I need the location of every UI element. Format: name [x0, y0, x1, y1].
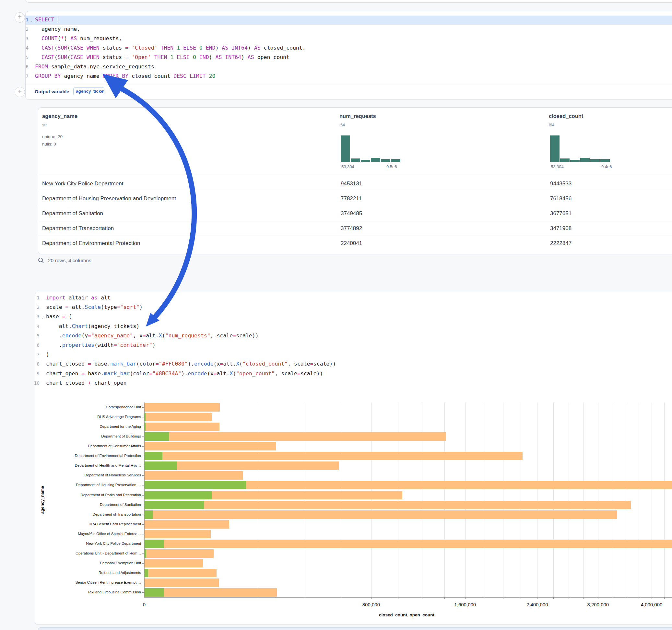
x-axis-label: 0	[143, 602, 146, 607]
y-axis-label: Department of Housing Preservation …	[34, 483, 141, 487]
cell-closed-count: 3471908	[550, 225, 572, 232]
y-tick-mark	[142, 563, 144, 563]
open-count-bar	[145, 501, 204, 509]
line-number: 5	[19, 55, 28, 60]
line-number: 1	[19, 17, 28, 22]
y-axis-label: Department of Consumer Affairs	[34, 444, 141, 448]
open-count-bar	[145, 510, 153, 519]
x-axis-label: 800,000	[362, 602, 380, 607]
chart-gridline	[652, 403, 652, 597]
chart-gridline	[341, 403, 341, 597]
x-axis-label: 4,000,000	[641, 602, 663, 607]
line-number: 6	[19, 64, 28, 69]
line-number: 8	[30, 361, 40, 366]
code-line[interactable]: )	[46, 351, 49, 358]
histogram-bar	[351, 159, 360, 162]
y-tick-mark	[142, 495, 144, 495]
y-tick-mark	[142, 466, 144, 466]
y-tick-mark	[142, 505, 144, 505]
histogram-bar	[590, 159, 600, 162]
code-line[interactable]: import altair as alt	[46, 295, 111, 301]
closed-count-bar	[145, 588, 277, 597]
y-axis-label: Department of Buildings	[34, 434, 141, 438]
code-line[interactable]: .properties(width="container")	[46, 342, 155, 348]
code-line[interactable]: GROUP BY agency_name ORDER BY closed_cou…	[35, 73, 215, 79]
line-number: 7	[19, 74, 28, 79]
y-axis-label: DHS Advantage Programs	[34, 415, 141, 419]
closed-count-bar	[145, 422, 219, 431]
table-row[interactable]: Department of Housing Preservation and D…	[38, 191, 672, 206]
closed-count-bar	[145, 510, 617, 519]
table-row[interactable]: Department of Sanitation37494853677651	[38, 206, 672, 221]
y-axis-label: Department for the Aging	[34, 425, 141, 429]
fold-chevron-icon[interactable]: ⌄	[30, 19, 33, 23]
y-axis-line	[144, 403, 145, 598]
open-count-bar	[145, 539, 164, 548]
code-line[interactable]: CAST(SUM(CASE WHEN status = 'Open' THEN …	[35, 54, 289, 60]
open-count-bar	[145, 432, 169, 441]
fold-chevron-icon[interactable]: ⌄	[41, 315, 44, 319]
code-line[interactable]: base = (	[46, 313, 72, 319]
code-line[interactable]: chart_closed = base.mark_bar(color="#FFC…	[46, 361, 336, 367]
column-header-closed-count[interactable]: closed_count	[549, 113, 583, 119]
closed-count-histogram	[550, 136, 610, 162]
code-line[interactable]: .encode(y="agency_name", x=alt.X("num_re…	[46, 333, 259, 339]
line-number: 10	[30, 381, 40, 386]
add-cell-button-mid[interactable]: +	[15, 87, 25, 97]
chart-gridline	[639, 403, 639, 597]
y-tick-mark	[142, 524, 144, 525]
closed-count-bar	[145, 432, 446, 441]
y-axis-label: Senior Citizen Rent Increase Exempti…	[34, 580, 141, 584]
y-axis-label: Department of Transportation	[34, 512, 141, 516]
next-cell-edge	[38, 627, 672, 630]
code-line[interactable]: alt.Chart(agency_tickets)	[46, 323, 139, 329]
chart-gridline	[503, 403, 503, 597]
cell-num-requests: 2240041	[341, 240, 362, 247]
y-tick-mark	[142, 534, 144, 534]
code-line[interactable]: chart_open = base.mark_bar(color="#8BC34…	[46, 370, 323, 377]
closed-count-bar	[145, 413, 212, 421]
y-tick-mark	[142, 417, 144, 417]
code-line[interactable]: SELECT	[35, 17, 58, 23]
column-header-agency-name[interactable]: agency_name	[42, 113, 77, 119]
hist-max-label: 9.4e6	[601, 164, 612, 169]
table-row[interactable]: New York City Police Department945313194…	[38, 176, 672, 191]
hist-max-label: 9.5e6	[386, 164, 397, 169]
y-axis-label: Operations Unit - Department of Hom…	[34, 551, 141, 555]
code-line[interactable]: COUNT(*) AS num_requests,	[35, 35, 122, 42]
table-row[interactable]: Department of Transportation377489234719…	[38, 221, 672, 236]
output-variable-chip[interactable]: agency_tickets	[73, 88, 104, 95]
chart-gridline	[553, 403, 554, 597]
cell-agency-name: Department of Environmental Protection	[42, 240, 140, 247]
chart-gridline	[422, 403, 423, 597]
y-tick-mark	[142, 476, 144, 476]
y-tick-mark	[142, 544, 144, 544]
chart-gridline	[598, 403, 598, 597]
code-line[interactable]: agency_name,	[35, 26, 80, 32]
open-count-bar	[145, 452, 162, 460]
chart-gridline	[371, 403, 371, 597]
cell-agency-name: Department of Sanitation	[42, 210, 103, 217]
cell-num-requests: 3749485	[341, 210, 362, 217]
line-number: 7	[30, 352, 40, 357]
column-header-num-requests[interactable]: num_requests	[339, 113, 376, 119]
code-line[interactable]: FROM sample_data.nyc.service_requests	[35, 64, 154, 70]
y-tick-mark	[142, 446, 144, 446]
closed-count-bar	[145, 559, 203, 567]
chart-gridline	[305, 403, 305, 597]
search-icon[interactable]	[38, 257, 44, 264]
cell-agency-name: Department of Transportation	[42, 225, 114, 232]
x-axis-title: closed_count, open_count	[379, 612, 434, 617]
y-axis-label: Personal Exemption Unit	[34, 561, 141, 565]
y-axis-label: Taxi and Limousine Commission	[34, 590, 141, 594]
code-line[interactable]: chart_closed + chart_open	[46, 380, 126, 386]
code-line[interactable]: scale = alt.Scale(type="sqrt")	[46, 304, 143, 310]
closed-count-bar	[145, 520, 229, 529]
chart-gridline	[445, 403, 445, 597]
code-line[interactable]: CAST(SUM(CASE WHEN status = 'Closed' THE…	[35, 45, 306, 51]
open-count-bar	[145, 588, 164, 597]
column-stat-nulls: nulls: 0	[42, 142, 56, 146]
column-type: str	[42, 122, 47, 127]
y-axis-title: agency_name	[40, 477, 45, 523]
table-row[interactable]: Department of Environmental Protection22…	[38, 236, 672, 251]
